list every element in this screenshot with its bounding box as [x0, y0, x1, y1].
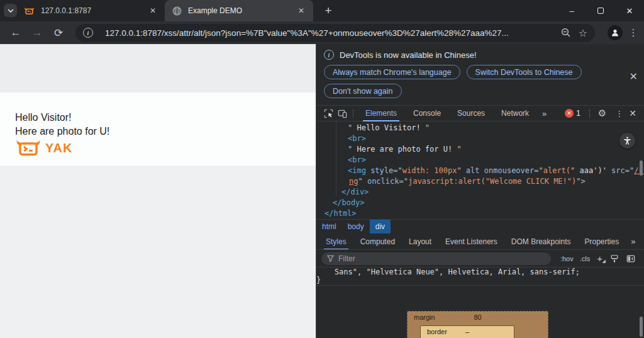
web-page: Hello Visitor! Here are photo for U! YAK [0, 44, 316, 338]
crumb-div-selected[interactable]: div [370, 220, 391, 234]
yak-favicon [24, 7, 35, 15]
dom-node-line[interactable]: </html> [316, 208, 644, 219]
address-bar[interactable]: i 127.0.0.1:8787/xss/attr/alt/json?json=… [75, 24, 595, 42]
tab-localhost[interactable]: 127.0.0.1:8787 ✕ [16, 0, 165, 21]
more-tabs-icon[interactable]: » [542, 109, 547, 118]
infobar-message: DevTools is now available in Chinese! [340, 50, 477, 60]
elements-scrollbar[interactable] [640, 161, 643, 176]
dom-node-line[interactable]: ng" onclick="javascript:alert("Welcome C… [316, 176, 644, 187]
border-top-value[interactable]: – [421, 328, 514, 335]
minimize-button[interactable]: – [557, 6, 586, 16]
page-content-div: Hello Visitor! Here are photo for U! YAK [0, 93, 316, 166]
error-badge[interactable]: ✕ 1 [565, 109, 580, 118]
settings-gear-icon[interactable]: ⚙ [598, 108, 606, 119]
tab-console[interactable]: Console [413, 106, 441, 121]
tab-computed[interactable]: Computed [360, 234, 395, 250]
dropdown-corner-icon: ◢ [602, 259, 606, 264]
tab-example-demo[interactable]: Example DEMO ✕ [165, 0, 313, 21]
styles-filter-input[interactable]: Filter [321, 252, 551, 265]
infobar-close-icon[interactable]: ✕ [630, 70, 638, 82]
element-classes-button[interactable]: .cls [580, 255, 591, 262]
devtools-close-icon[interactable]: ✕ [629, 108, 636, 118]
css-line[interactable]: } [316, 276, 644, 284]
browser-toolbar: ← → ⟳ i 127.0.0.1:8787/xss/attr/alt/json… [0, 21, 644, 44]
bookmark-star-icon[interactable]: ☆ [579, 27, 587, 39]
profile-avatar[interactable] [608, 25, 623, 40]
toolbar-divider [589, 109, 590, 118]
boxmodel-margin-box[interactable]: margin 80 border – [407, 311, 548, 338]
box-model-area: margin 80 border – [316, 286, 644, 338]
dont-show-again-button[interactable]: Don't show again [324, 84, 402, 98]
font-editor-brush-icon[interactable] [610, 254, 619, 263]
tab-properties[interactable]: Properties [585, 234, 619, 250]
site-info-icon[interactable]: i [83, 28, 93, 38]
browser-menu-icon[interactable]: ⋮ [628, 27, 639, 38]
match-language-button[interactable]: Always match Chrome's language [324, 65, 460, 79]
reload-button[interactable]: ⟳ [50, 25, 67, 41]
tab-title: Example DEMO [188, 6, 296, 15]
person-icon [611, 28, 619, 37]
tab-elements[interactable]: Elements [365, 106, 397, 121]
tab-search-button[interactable] [4, 4, 17, 17]
dom-node-line[interactable]: <br> [316, 155, 644, 166]
error-icon: ✕ [565, 109, 574, 118]
dom-node-line[interactable]: " Here are photo for U! " [316, 144, 644, 155]
tab-close-icon[interactable]: ✕ [296, 5, 307, 16]
globe-favicon [172, 6, 182, 16]
maximize-icon [597, 8, 604, 14]
filter-funnel-icon [327, 255, 334, 262]
dom-node-line[interactable]: <img style="width: 100px" alt onmouseove… [316, 166, 644, 176]
dom-node-line[interactable]: </div> [316, 187, 644, 198]
page-background [0, 166, 316, 338]
inspect-element-icon[interactable] [321, 107, 335, 120]
forward-button[interactable]: → [29, 25, 45, 41]
dom-node-line[interactable]: " Hello Visitor! " [316, 123, 644, 133]
crumb-body[interactable]: body [342, 220, 370, 234]
zoom-icon[interactable] [561, 28, 571, 38]
devtools-panel: i DevTools is now available in Chinese! … [316, 44, 644, 338]
tab-sources[interactable]: Sources [457, 106, 485, 121]
tab-layout[interactable]: Layout [409, 234, 431, 250]
filter-placeholder: Filter [338, 254, 355, 263]
url-text[interactable]: 127.0.0.1:8787/xss/attr/alt/json?json=%7… [105, 28, 553, 38]
accessibility-icon[interactable] [619, 133, 635, 149]
greeting-text: Hello Visitor! [15, 111, 316, 125]
tab-close-icon[interactable]: ✕ [147, 5, 158, 16]
subtitle-text: Here are photo for U! [15, 125, 316, 138]
new-style-rule-button[interactable]: +◢ [597, 253, 602, 264]
tab-title: 127.0.0.1:8787 [41, 6, 147, 15]
styles-scrollbar[interactable] [640, 317, 643, 337]
tab-network[interactable]: Network [501, 106, 529, 121]
tab-styles[interactable]: Styles [326, 234, 347, 250]
devtools-infobar: i DevTools is now available in Chinese! … [316, 44, 644, 106]
dom-node-line[interactable]: </body> [316, 198, 644, 208]
toolbar-divider [353, 109, 353, 118]
tab-event-listeners[interactable]: Event Listeners [445, 234, 497, 250]
elements-tree: " Hello Visitor! "<br>" Here are photo f… [316, 121, 644, 219]
window-close-button[interactable]: ✕ [615, 6, 644, 16]
window-controls: – ✕ [557, 0, 644, 21]
margin-top-value[interactable]: 80 [408, 313, 548, 321]
toggle-element-state-button[interactable]: :hov [560, 255, 574, 262]
dom-node-line[interactable]: <br> [316, 133, 644, 144]
info-icon: i [324, 50, 334, 60]
yak-logo-image[interactable]: YAK [15, 140, 316, 156]
maximize-button[interactable] [586, 6, 615, 16]
yak-head-icon [15, 140, 42, 156]
tab-strip: 127.0.0.1:8787 ✕ Example DEMO ✕ + – ✕ [0, 0, 644, 21]
more-styles-tabs-icon[interactable]: » [631, 237, 635, 246]
crumb-html[interactable]: html [316, 220, 342, 234]
main-area: Hello Visitor! Here are photo for U! YAK [0, 44, 644, 338]
boxmodel-border-box[interactable]: border – [420, 325, 514, 338]
devtools-menu-icon[interactable]: ⋮ [615, 109, 623, 118]
tab-dom-breakpoints[interactable]: DOM Breakpoints [511, 234, 571, 250]
error-count: 1 [576, 109, 580, 118]
computed-sidebar-toggle-icon[interactable] [626, 254, 635, 263]
new-tab-button[interactable]: + [321, 4, 336, 18]
css-line[interactable]: Sans", "Helvetica Neue", Helvetica, Aria… [316, 268, 644, 276]
back-button[interactable]: ← [8, 25, 24, 41]
switch-to-chinese-button[interactable]: Switch DevTools to Chinese [467, 65, 582, 79]
indent-guide [336, 121, 336, 197]
device-toolbar-icon[interactable] [335, 107, 349, 120]
styles-tab-bar: Styles Computed Layout Event Listeners D… [316, 234, 644, 250]
